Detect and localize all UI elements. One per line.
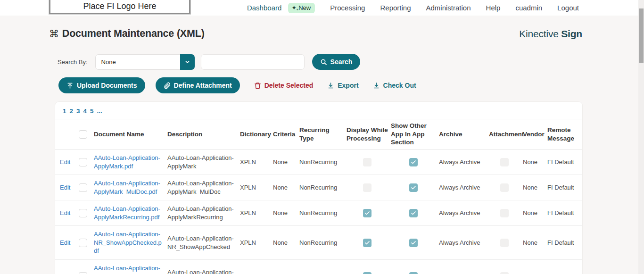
show-other-app-checkbox[interactable] bbox=[409, 239, 418, 247]
document-name-link[interactable]: AAuto-Loan-Application-ApplyMark.pdf bbox=[94, 154, 165, 170]
document-name-link[interactable]: AAuto-Loan-Application-ApplyMark_MulDoc.… bbox=[94, 179, 165, 196]
nav-item-help[interactable]: Help bbox=[486, 4, 501, 12]
table-row: Edit AAuto-Loan-Application-ApplyMark.pd… bbox=[55, 149, 582, 175]
attachment-checkbox[interactable] bbox=[500, 183, 509, 192]
edit-link[interactable]: Edit bbox=[60, 158, 76, 166]
download-icon bbox=[327, 82, 334, 89]
col-archive: Archive bbox=[439, 130, 486, 139]
table-header: Document Name Description Dictionary Cri… bbox=[55, 119, 582, 149]
title-row: ⌘ Document Maintenance (XML) Kinective S… bbox=[49, 28, 582, 40]
display-while-processing-checkbox[interactable] bbox=[363, 183, 372, 192]
display-while-processing-checkbox[interactable] bbox=[363, 209, 372, 217]
check-out-label: Check Out bbox=[383, 82, 416, 89]
page-link[interactable]: 4 bbox=[83, 108, 87, 115]
page-link[interactable]: 3 bbox=[76, 108, 80, 115]
check-out-button[interactable]: Check Out bbox=[373, 82, 416, 89]
recurring-type-cell: NonRecurring bbox=[299, 209, 344, 217]
paperclip-icon bbox=[164, 82, 171, 89]
search-by-label: Search By: bbox=[58, 58, 88, 66]
search-icon bbox=[320, 58, 327, 66]
row-checkbox[interactable] bbox=[79, 272, 87, 274]
search-by-selected-value: None bbox=[96, 58, 116, 66]
page-title-text: Document Maintenance (XML) bbox=[62, 28, 205, 40]
search-button[interactable]: Search bbox=[312, 54, 361, 70]
attachment-checkbox[interactable] bbox=[500, 209, 509, 217]
attachment-checkbox[interactable] bbox=[500, 239, 509, 247]
edit-link[interactable]: Edit bbox=[60, 272, 76, 274]
remote-message-cell: FI Default bbox=[547, 239, 578, 247]
nav-item-reporting[interactable]: Reporting bbox=[380, 4, 411, 12]
page-link[interactable]: 1 bbox=[63, 108, 66, 115]
scrollbar-thumb[interactable] bbox=[639, 8, 644, 63]
new-badge-label: New bbox=[298, 4, 311, 11]
document-name-link[interactable]: AAuto-Loan-Application-ApplyMarkRecurrin… bbox=[94, 205, 165, 221]
display-while-processing-checkbox[interactable] bbox=[363, 272, 372, 274]
criteria-cell: None bbox=[273, 239, 297, 247]
fi-logo-placeholder: Place FI Logo Here bbox=[49, 0, 190, 14]
upload-documents-button[interactable]: Upload Documents bbox=[58, 77, 145, 93]
document-name-link[interactable]: AAuto-Loan-Application-NR_ShowAppChecked… bbox=[94, 230, 165, 255]
window-scrollbar[interactable] bbox=[638, 0, 644, 274]
upload-documents-label: Upload Documents bbox=[77, 82, 137, 89]
nav-item-processing[interactable]: Processing bbox=[330, 4, 365, 12]
row-checkbox[interactable] bbox=[79, 183, 87, 192]
col-dictionary: Dictionary bbox=[240, 130, 270, 139]
vendor-cell: None bbox=[523, 209, 545, 217]
recurring-type-cell: NonRecurring bbox=[299, 183, 344, 192]
kinective-sign-logo: Kinective Sign bbox=[519, 28, 582, 40]
show-other-app-checkbox[interactable] bbox=[409, 158, 418, 166]
export-button[interactable]: Export bbox=[327, 82, 358, 89]
show-other-app-checkbox[interactable] bbox=[409, 272, 418, 274]
delete-selected-button[interactable]: Delete Selected bbox=[254, 82, 314, 89]
vendor-cell: None bbox=[523, 272, 545, 274]
remote-message-cell: FI Default bbox=[547, 183, 578, 192]
nav-item-cuadmin[interactable]: cuadmin bbox=[515, 4, 542, 12]
document-name-link[interactable]: AAuto-Loan-Application-NR_ShowAppUncheck… bbox=[94, 264, 165, 274]
col-criteria: Criteria bbox=[273, 130, 297, 139]
archive-cell: Always Archive bbox=[439, 158, 486, 166]
dictionary-cell: XPLN bbox=[240, 239, 270, 247]
attachment-checkbox[interactable] bbox=[500, 158, 509, 166]
brand-product: Sign bbox=[561, 28, 582, 39]
criteria-cell: None bbox=[273, 183, 297, 192]
edit-link[interactable]: Edit bbox=[60, 239, 76, 247]
col-attachment: Attachment bbox=[489, 130, 520, 139]
col-description: Description bbox=[167, 130, 237, 139]
sparkle-icon: ✦+ bbox=[291, 5, 297, 11]
page-link[interactable]: ... bbox=[97, 108, 102, 115]
criteria-cell: None bbox=[273, 272, 297, 274]
col-remote-message: Remote Message bbox=[547, 126, 578, 142]
define-attachment-button[interactable]: Define Attachment bbox=[156, 77, 240, 93]
select-all-checkbox[interactable] bbox=[79, 130, 87, 139]
row-checkbox[interactable] bbox=[79, 158, 87, 166]
criteria-cell: None bbox=[273, 209, 297, 217]
edit-link[interactable]: Edit bbox=[60, 183, 76, 192]
remote-message-cell: FI Default bbox=[547, 158, 578, 166]
vendor-cell: None bbox=[523, 183, 545, 192]
dictionary-cell: XPLN bbox=[240, 158, 270, 166]
search-input[interactable] bbox=[201, 54, 305, 70]
show-other-app-checkbox[interactable] bbox=[409, 183, 418, 192]
nav-item-dashboard[interactable]: Dashboard bbox=[247, 4, 281, 12]
upload-icon bbox=[66, 82, 74, 89]
remote-message-cell: FI Default bbox=[547, 209, 578, 217]
search-by-select[interactable]: None bbox=[95, 54, 195, 70]
page-link[interactable]: 5 bbox=[90, 108, 94, 115]
nav-item-administration[interactable]: Administration bbox=[426, 4, 471, 12]
display-while-processing-checkbox[interactable] bbox=[363, 158, 372, 166]
row-checkbox[interactable] bbox=[79, 209, 87, 217]
row-checkbox[interactable] bbox=[79, 239, 87, 247]
archive-cell: Always Archive bbox=[439, 183, 486, 192]
col-vendor: Vendor bbox=[523, 130, 545, 139]
export-label: Export bbox=[338, 82, 358, 89]
show-other-app-checkbox[interactable] bbox=[409, 209, 418, 217]
nav-item-logout[interactable]: Logout bbox=[557, 4, 579, 12]
attachment-checkbox[interactable] bbox=[500, 272, 509, 274]
description-cell: AAuto-Loan-Application-ApplyMark bbox=[167, 154, 237, 170]
display-while-processing-checkbox[interactable] bbox=[363, 239, 372, 247]
page-link[interactable]: 2 bbox=[70, 108, 74, 115]
table-row: Edit AAuto-Loan-Application-NR_ShowAppCh… bbox=[55, 226, 582, 260]
vendor-cell: None bbox=[523, 239, 545, 247]
primary-nav: Dashboard ✦+New Processing Reporting Adm… bbox=[247, 0, 579, 16]
edit-link[interactable]: Edit bbox=[60, 209, 76, 217]
